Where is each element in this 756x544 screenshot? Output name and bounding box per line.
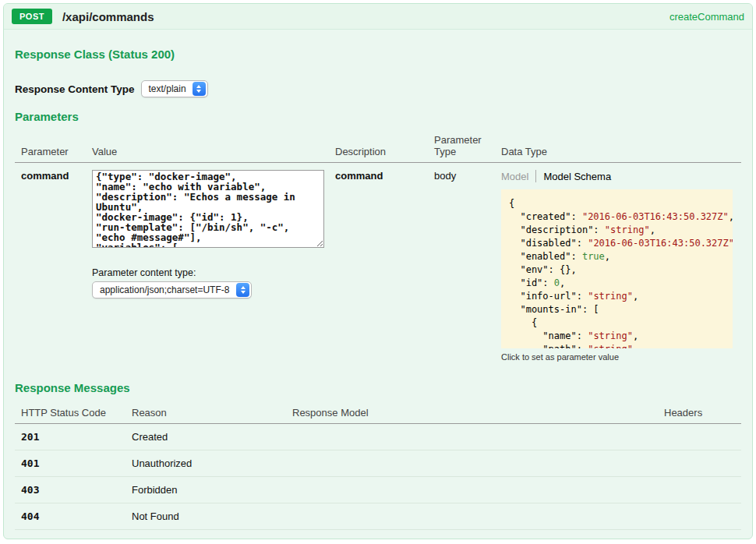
schema-click-hint: Click to set as parameter value — [501, 352, 735, 362]
parameter-content-type-label: Parameter content type: — [92, 267, 323, 278]
parameter-name: command — [15, 163, 86, 369]
response-content-type-select[interactable]: text/plain — [141, 80, 208, 97]
col-header-parameter-type: Parameter Type — [428, 128, 495, 163]
parameters-table: Parameter Value Description Parameter Ty… — [15, 128, 741, 369]
response-headers-cell — [658, 503, 741, 530]
col-header-data-type: Data Type — [495, 128, 741, 163]
response-model-cell — [286, 477, 658, 503]
col-header-description: Description — [329, 128, 428, 163]
response-model-cell — [286, 450, 658, 477]
response-headers-cell — [658, 450, 741, 477]
response-message-row: 404Not Found — [15, 503, 741, 530]
col-header-reason: Reason — [125, 401, 286, 424]
parameters-heading: Parameters — [15, 110, 741, 123]
response-rows: 201Created401Unauthorized403Forbidden404… — [15, 424, 741, 530]
response-class-heading: Response Class (Status 200) — [15, 48, 741, 61]
parameter-row: command {"type": "docker-image", "name":… — [15, 163, 741, 369]
response-message-row: 403Forbidden — [15, 477, 741, 503]
response-message-row: 201Created — [15, 424, 741, 450]
response-reason-cell: Created — [125, 424, 286, 450]
response-reason-cell: Not Found — [125, 503, 286, 530]
response-content-type-value: text/plain — [149, 83, 186, 94]
response-code-cell: 404 — [15, 503, 125, 530]
tab-model-schema[interactable]: Model Schema — [536, 171, 611, 182]
col-header-http-status-code: HTTP Status Code — [15, 401, 125, 424]
response-code-cell: 403 — [15, 477, 125, 503]
try-it-out-button[interactable]: Try it out! — [15, 539, 77, 539]
response-model-cell — [286, 503, 658, 530]
col-header-value: Value — [86, 128, 329, 163]
parameter-type: body — [428, 163, 495, 369]
response-reason-cell: Unauthorized — [125, 450, 286, 477]
parameter-value-textarea[interactable]: {"type": "docker-image", "name": "echo w… — [92, 170, 324, 248]
response-reason-cell: Forbidden — [125, 477, 286, 503]
response-messages-heading: Response Messages — [15, 381, 741, 394]
response-model-cell — [286, 424, 658, 450]
endpoint-path-link[interactable]: /xapi/commands — [62, 10, 154, 23]
operation-header[interactable]: POST /xapi/commands createCommand — [4, 4, 752, 30]
parameter-description: command — [329, 163, 428, 369]
operation-content: Response Class (Status 200) Response Con… — [4, 30, 752, 539]
col-header-parameter: Parameter — [15, 128, 86, 163]
response-messages-table: HTTP Status Code Reason Response Model H… — [15, 401, 741, 530]
response-message-row: 401Unauthorized — [15, 450, 741, 477]
select-stepper-icon — [236, 283, 249, 297]
response-content-type-label: Response Content Type — [15, 83, 135, 95]
parameter-content-type-value: application/json;charset=UTF-8 — [100, 284, 229, 295]
parameter-content-type-select[interactable]: application/json;charset=UTF-8 — [92, 281, 252, 298]
response-headers-cell — [658, 477, 741, 503]
response-headers-cell — [658, 424, 741, 450]
select-stepper-icon — [193, 82, 206, 96]
tab-model[interactable]: Model — [501, 171, 535, 182]
model-tabs: Model Model Schema — [501, 170, 735, 182]
response-code-cell: 201 — [15, 424, 125, 450]
response-content-type-row: Response Content Type text/plain — [15, 80, 741, 97]
operation-id-link[interactable]: createCommand — [669, 11, 744, 23]
http-method-badge: POST — [12, 9, 52, 24]
col-header-headers: Headers — [658, 401, 741, 424]
response-code-cell: 401 — [15, 450, 125, 477]
col-header-response-model: Response Model — [286, 401, 658, 424]
model-schema-snippet[interactable]: { "created": "2016-06-03T16:43:50.327Z",… — [501, 189, 733, 348]
api-operation-panel: POST /xapi/commands createCommand Respon… — [3, 3, 753, 539]
